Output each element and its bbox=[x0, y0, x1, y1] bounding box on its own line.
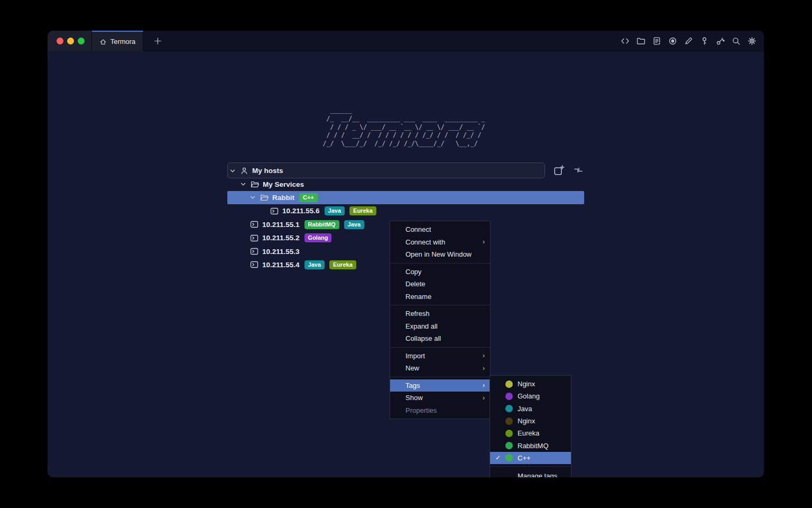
tag-badge: C++ bbox=[299, 193, 318, 202]
tag-item-eureka[interactable]: Eureka bbox=[490, 427, 571, 439]
titlebar: Termora bbox=[48, 31, 764, 51]
tab-termora[interactable]: Termora bbox=[92, 31, 143, 51]
tag-item-cpp[interactable]: ✓ C++ bbox=[490, 452, 571, 464]
menu-item-import[interactable]: Import› bbox=[390, 350, 490, 362]
folder-open-icon bbox=[260, 193, 269, 202]
tree-label: 10.211.55.3 bbox=[262, 248, 300, 256]
tag-item-nginx[interactable]: Nginx bbox=[490, 378, 571, 390]
code-icon[interactable] bbox=[620, 37, 630, 46]
tree-label: Rabbit bbox=[272, 194, 294, 202]
tree-label: 10.211.55.6 bbox=[282, 207, 320, 215]
tree-row-rabbit[interactable]: Rabbit C++ bbox=[227, 191, 584, 204]
tag-item-rabbitmq[interactable]: RabbitMQ bbox=[490, 439, 571, 451]
manage-tags-item[interactable]: Manage tags bbox=[490, 469, 571, 477]
home-icon bbox=[99, 38, 107, 46]
tag-item-golang[interactable]: Golang bbox=[490, 390, 571, 402]
folder-icon[interactable] bbox=[636, 37, 645, 46]
tag-badge: RabbitMQ bbox=[304, 220, 339, 229]
tag-color-dot bbox=[505, 418, 513, 425]
menu-item-properties: Properties bbox=[390, 404, 490, 417]
tag-color-dot bbox=[505, 454, 513, 461]
tag-badge: Eureka bbox=[349, 206, 376, 215]
tag-color-dot bbox=[505, 393, 513, 400]
terminal-host-icon bbox=[250, 220, 259, 229]
tag-badge: Java bbox=[344, 220, 364, 229]
user-icon bbox=[240, 167, 249, 175]
checkmark-icon: ✓ bbox=[494, 454, 502, 461]
submenu-arrow-icon: › bbox=[483, 365, 485, 372]
tree-label: My hosts bbox=[252, 167, 283, 175]
menu-item-connect[interactable]: Connect bbox=[390, 223, 490, 236]
tag-badge: Java bbox=[304, 260, 325, 269]
tree-label: My Services bbox=[263, 180, 304, 188]
submenu-arrow-icon: › bbox=[483, 382, 485, 389]
menu-separator bbox=[390, 305, 490, 305]
submenu-arrow-icon: › bbox=[483, 238, 485, 246]
tag-item-nginx-2[interactable]: Nginx bbox=[490, 415, 571, 427]
tag-badge: Golang bbox=[304, 233, 332, 242]
log-icon[interactable] bbox=[652, 37, 661, 46]
chevron-down-icon[interactable] bbox=[240, 181, 246, 187]
chevron-down-icon[interactable] bbox=[229, 168, 236, 174]
settings-gear-icon[interactable] bbox=[747, 37, 756, 46]
new-tab-button[interactable] bbox=[147, 31, 168, 51]
context-menu: Connect Connect with› Open in New Window… bbox=[390, 221, 491, 419]
menu-item-connect-with[interactable]: Connect with› bbox=[390, 236, 490, 249]
tags-submenu: Nginx Golang Java Nginx bbox=[490, 375, 571, 477]
tag-color-dot bbox=[505, 405, 513, 412]
titlebar-actions bbox=[620, 31, 756, 51]
tag-color-dot bbox=[505, 380, 513, 388]
tag-item-java[interactable]: Java bbox=[490, 403, 571, 415]
submenu-arrow-icon: › bbox=[483, 352, 485, 359]
termora-window: Termora bbox=[48, 31, 764, 477]
edit-icon[interactable] bbox=[684, 37, 693, 46]
submenu-arrow-icon: › bbox=[483, 394, 485, 402]
tree-row-host[interactable]: 10.211.55.6 Java Eureka bbox=[227, 204, 584, 217]
terminal-host-icon bbox=[270, 207, 279, 215]
menu-item-collapse-all[interactable]: Collapse all bbox=[390, 332, 490, 345]
menu-item-open-in-new-window[interactable]: Open in New Window bbox=[390, 248, 490, 261]
menu-separator bbox=[390, 377, 490, 377]
menu-item-show[interactable]: Show› bbox=[390, 392, 490, 404]
menu-item-copy[interactable]: Copy bbox=[390, 266, 490, 278]
tag-badge: Eureka bbox=[329, 260, 356, 269]
menu-separator bbox=[390, 263, 490, 264]
key-icon[interactable] bbox=[699, 37, 709, 46]
tag-color-dot bbox=[505, 442, 513, 449]
chevron-down-icon[interactable] bbox=[250, 194, 256, 201]
terminal-host-icon bbox=[250, 234, 259, 242]
record-icon[interactable] bbox=[668, 37, 677, 46]
menu-separator bbox=[390, 347, 490, 348]
search-icon[interactable] bbox=[731, 37, 741, 46]
traffic-lights bbox=[48, 31, 92, 51]
tree-label: 10.211.55.4 bbox=[262, 261, 300, 269]
minimize-button[interactable] bbox=[67, 38, 74, 44]
menu-item-expand-all[interactable]: Expand all bbox=[390, 320, 490, 333]
ascii-logo: ______ /_ __/__ _________ ___ ____ _____… bbox=[322, 106, 488, 148]
menu-item-delete[interactable]: Delete bbox=[390, 278, 490, 291]
menu-item-refresh[interactable]: Refresh bbox=[390, 307, 490, 320]
tree-row-my-hosts[interactable]: My hosts bbox=[227, 164, 584, 177]
menu-separator bbox=[490, 466, 571, 467]
desktop: Termora bbox=[0, 0, 812, 508]
menu-item-tags[interactable]: Tags› bbox=[390, 379, 490, 392]
zoom-button[interactable] bbox=[78, 38, 85, 44]
terminal-host-icon bbox=[250, 260, 259, 269]
menu-item-new[interactable]: New› bbox=[390, 362, 490, 375]
tag-badge: Java bbox=[325, 206, 345, 215]
tree-row-my-services[interactable]: My Services bbox=[227, 177, 584, 190]
terminal-host-icon bbox=[250, 247, 259, 256]
tag-color-dot bbox=[505, 430, 513, 437]
folder-open-icon bbox=[251, 180, 260, 189]
close-button[interactable] bbox=[57, 38, 63, 44]
menu-item-rename[interactable]: Rename bbox=[390, 291, 490, 303]
main-content: ______ /_ __/__ _________ ___ ____ _____… bbox=[48, 51, 764, 477]
tree-label: 10.211.55.1 bbox=[262, 221, 300, 229]
keychain-icon[interactable] bbox=[715, 37, 725, 46]
tree-label: 10.211.55.2 bbox=[262, 234, 300, 242]
tab-label: Termora bbox=[110, 38, 136, 46]
